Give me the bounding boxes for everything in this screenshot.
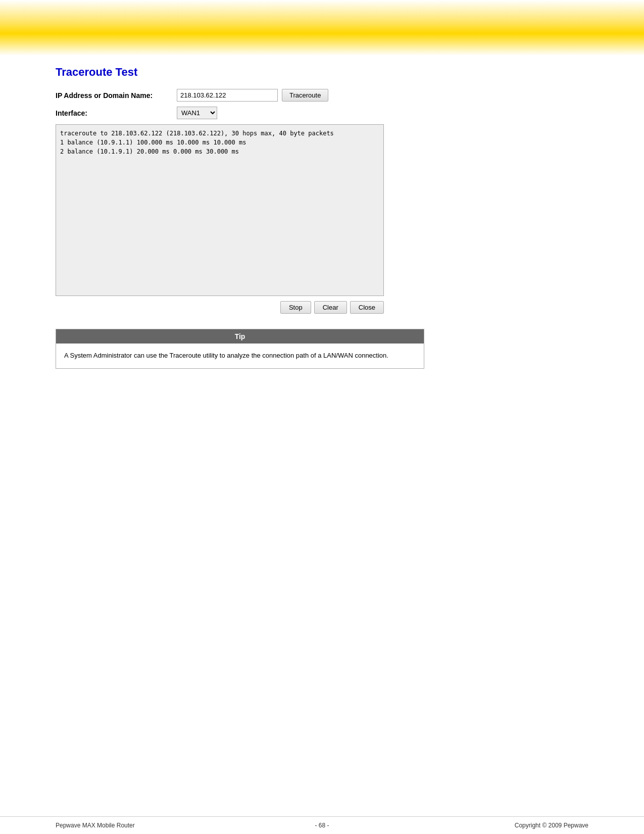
action-buttons: Stop Clear Close xyxy=(56,301,384,314)
interface-select[interactable]: WAN1 WAN2 LAN xyxy=(177,107,217,119)
ip-address-label: IP Address or Domain Name: xyxy=(56,91,177,100)
footer-right: Copyright © 2009 Pepwave xyxy=(515,822,588,829)
traceroute-results: traceroute to 218.103.62.122 (218.103.62… xyxy=(56,124,384,296)
top-banner xyxy=(0,0,644,56)
result-line-3: 2 balance (10.1.9.1) 20.000 ms 0.000 ms … xyxy=(60,147,379,156)
result-line-2: 1 balance (10.9.1.1) 100.000 ms 10.000 m… xyxy=(60,138,379,147)
footer-center: - 68 - xyxy=(315,822,329,829)
tip-body: A System Administrator can use the Trace… xyxy=(56,344,424,368)
close-button[interactable]: Close xyxy=(350,301,384,314)
interface-row: Interface: WAN1 WAN2 LAN xyxy=(56,107,588,119)
tip-container: Tip A System Administrator can use the T… xyxy=(56,329,424,369)
main-content: Traceroute Test IP Address or Domain Nam… xyxy=(0,56,644,389)
tip-header: Tip xyxy=(56,329,424,344)
result-line-1: traceroute to 218.103.62.122 (218.103.62… xyxy=(60,129,379,138)
interface-label: Interface: xyxy=(56,109,177,117)
footer-left: Pepwave MAX Mobile Router xyxy=(56,822,135,829)
ip-address-input[interactable] xyxy=(177,89,278,102)
page-title: Traceroute Test xyxy=(56,66,588,79)
footer: Pepwave MAX Mobile Router - 68 - Copyrig… xyxy=(0,816,644,834)
traceroute-button[interactable]: Traceroute xyxy=(282,89,328,102)
ip-address-row: IP Address or Domain Name: Traceroute xyxy=(56,89,588,102)
clear-button[interactable]: Clear xyxy=(314,301,347,314)
stop-button[interactable]: Stop xyxy=(280,301,311,314)
